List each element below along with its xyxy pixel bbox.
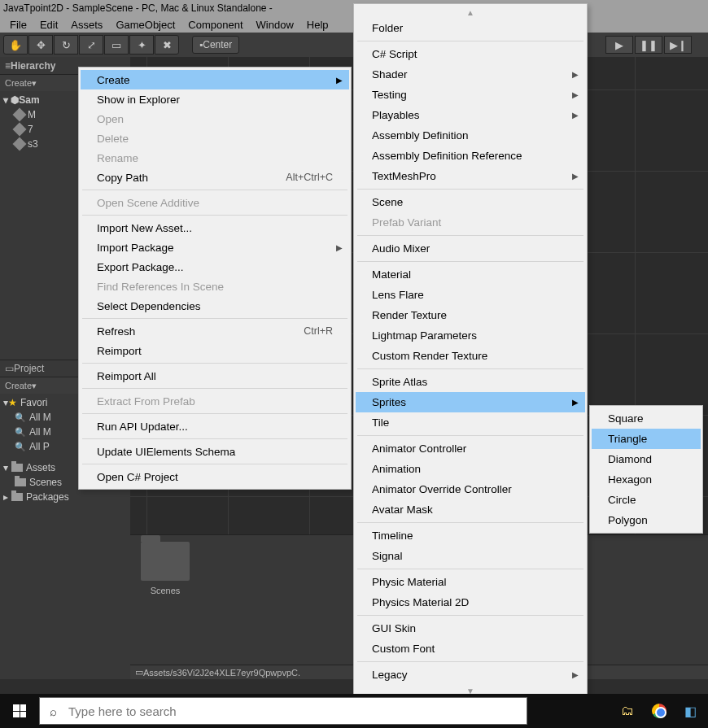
project-create-button[interactable]: Create [5, 381, 32, 390]
menu-item-find-references-in-scene: Find References In Scene [81, 277, 349, 296]
start-button[interactable] [0, 694, 39, 728]
menu-item-custom-font[interactable]: Custom Font [356, 639, 585, 659]
menu-item-create[interactable]: Create▶ [81, 70, 349, 89]
menu-item-shader[interactable]: Shader▶ [356, 64, 585, 85]
menu-item-extract-from-prefab: Extract From Prefab [81, 391, 349, 411]
menu-separator [357, 569, 583, 569]
custom-tool-icon[interactable]: ✖ [155, 35, 179, 54]
app-icon[interactable]: ◧ [684, 704, 697, 719]
menu-separator [357, 435, 583, 436]
menu-item-triangle[interactable]: Triangle [592, 429, 701, 449]
menu-item-animation[interactable]: Animation [356, 459, 585, 479]
menu-item-label: Tile [372, 416, 389, 429]
submenu-arrow-icon: ▶ [572, 398, 579, 407]
rect-tool-icon[interactable]: ▭ [104, 35, 129, 54]
menu-item-label: Physics Material 2D [372, 596, 469, 608]
menu-edit[interactable]: Edit [33, 19, 64, 31]
hierarchy-title: Hierarchy [11, 60, 55, 72]
menu-item-animator-controller[interactable]: Animator Controller [356, 438, 585, 459]
asset-folder-item[interactable]: Scenes [137, 542, 194, 595]
menu-item-folder[interactable]: Folder [356, 18, 585, 38]
menu-item-physic-material[interactable]: Physic Material [356, 572, 585, 592]
menu-assets[interactable]: Assets [64, 19, 109, 31]
submenu-arrow-icon: ▶ [572, 172, 579, 181]
menu-item-signal[interactable]: Signal [356, 546, 585, 566]
menu-item-polygon[interactable]: Polygon [592, 510, 701, 530]
step-button[interactable]: ▶❙ [664, 36, 692, 54]
menu-item-tile[interactable]: Tile [356, 412, 585, 433]
menu-item-run-api-updater[interactable]: Run API Updater... [81, 416, 349, 436]
menu-item-label: GUI Skin [372, 622, 416, 634]
gameobject-label: 7 [28, 124, 33, 135]
menu-item-label: Shader [372, 68, 408, 81]
menu-window[interactable]: Window [250, 19, 300, 31]
menu-item-square[interactable]: Square [592, 408, 701, 429]
menu-help[interactable]: Help [300, 19, 335, 31]
menu-item-update-uielements-schema[interactable]: Update UIElements Schema [81, 442, 349, 461]
menu-item-scene[interactable]: Scene [356, 192, 585, 212]
menu-item-custom-render-texture[interactable]: Custom Render Texture [356, 346, 585, 366]
rotate-tool-icon[interactable]: ↻ [54, 35, 78, 54]
menu-item-hexagon[interactable]: Hexagon [592, 469, 701, 490]
menu-item-select-dependencies[interactable]: Select Dependencies [81, 296, 349, 316]
packages-row[interactable]: ▸Packages [0, 490, 130, 504]
menu-item-label: Timeline [372, 530, 413, 542]
menu-item-render-texture[interactable]: Render Texture [356, 305, 585, 325]
scroll-up-icon[interactable]: ▲ [356, 7, 585, 18]
menu-item-export-package[interactable]: Export Package... [81, 257, 349, 277]
transform-tool-icon[interactable]: ✦ [129, 35, 154, 54]
menu-item-physics-material-2d[interactable]: Physics Material 2D [356, 592, 585, 612]
menu-item-label: Copy Path [97, 172, 148, 184]
pivot-center-button[interactable]: ▪ Center [192, 36, 239, 54]
menu-item-assembly-definition[interactable]: Assembly Definition [356, 125, 585, 146]
menu-item-lightmap-parameters[interactable]: Lightmap Parameters [356, 325, 585, 346]
menu-gameobject[interactable]: GameObject [109, 19, 181, 31]
menu-item-reimport-all[interactable]: Reimport All [81, 366, 349, 386]
menu-item-show-in-explorer[interactable]: Show in Explorer [81, 89, 349, 109]
menu-item-import-new-asset[interactable]: Import New Asset... [81, 218, 349, 238]
menu-shortcut: Ctrl+R [304, 325, 333, 337]
menu-item-gui-skin[interactable]: GUI Skin [356, 618, 585, 639]
menu-item-testing[interactable]: Testing▶ [356, 85, 585, 105]
menu-item-reimport[interactable]: Reimport [81, 341, 349, 360]
gameobject-label: M [28, 109, 36, 120]
move-tool-icon[interactable]: ✥ [28, 35, 53, 54]
menu-item-label: Open [97, 113, 124, 125]
menu-item-c-script[interactable]: C# Script [356, 44, 585, 64]
menu-component[interactable]: Component [181, 19, 249, 31]
menu-item-refresh[interactable]: RefreshCtrl+R [81, 321, 349, 341]
menu-item-material[interactable]: Material [356, 264, 585, 285]
file-explorer-icon[interactable]: 🗂 [621, 704, 634, 718]
menu-item-open-scene-additive: Open Scene Additive [81, 193, 349, 212]
menu-item-audio-mixer[interactable]: Audio Mixer [356, 238, 585, 259]
menu-separator [82, 388, 347, 389]
folder-icon [141, 542, 190, 581]
chrome-icon[interactable] [652, 704, 666, 718]
pause-button[interactable]: ❚❚ [635, 36, 662, 54]
play-button[interactable]: ▶ [605, 36, 633, 54]
menu-item-circle[interactable]: Circle [592, 490, 701, 510]
hand-tool-icon[interactable]: ✋ [3, 35, 28, 54]
menu-item-label: Reimport [97, 345, 142, 357]
menu-item-animator-override-controller[interactable]: Animator Override Controller [356, 479, 585, 499]
menu-item-copy-path[interactable]: Copy PathAlt+Ctrl+C [81, 168, 349, 187]
hierarchy-create-button[interactable]: Create [5, 78, 32, 88]
menu-item-legacy[interactable]: Legacy▶ [356, 665, 585, 685]
menu-item-textmeshpro[interactable]: TextMeshPro▶ [356, 166, 585, 186]
menu-item-timeline[interactable]: Timeline [356, 525, 585, 546]
menu-item-assembly-definition-reference[interactable]: Assembly Definition Reference [356, 146, 585, 166]
menu-item-open-c-project[interactable]: Open C# Project [81, 467, 349, 486]
scale-tool-icon[interactable]: ⤢ [79, 35, 103, 54]
menu-item-label: Import Package [97, 242, 174, 254]
menu-item-label: TextMeshPro [372, 170, 436, 182]
menu-item-sprites[interactable]: Sprites▶ [356, 392, 585, 412]
taskbar-search-input[interactable]: ⌕Type here to search [39, 697, 527, 725]
menu-item-lens-flare[interactable]: Lens Flare [356, 285, 585, 305]
menu-item-import-package[interactable]: Import Package▶ [81, 238, 349, 257]
menu-item-playables[interactable]: Playables▶ [356, 105, 585, 125]
menu-item-sprite-atlas[interactable]: Sprite Atlas [356, 372, 585, 392]
menu-file[interactable]: File [3, 19, 33, 31]
star-icon: ★ [8, 397, 17, 408]
menu-item-diamond[interactable]: Diamond [592, 449, 701, 469]
menu-item-avatar-mask[interactable]: Avatar Mask [356, 499, 585, 520]
